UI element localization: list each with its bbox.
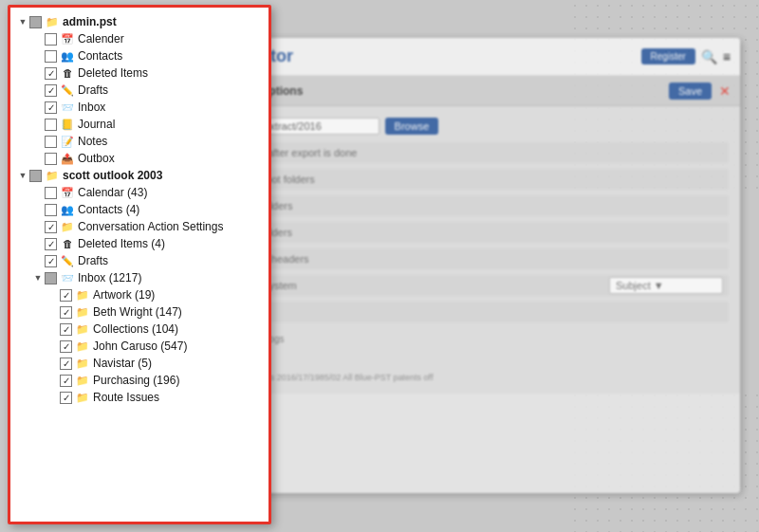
- checkbox-collections[interactable]: [60, 323, 72, 336]
- tree-root-scott[interactable]: ▼ 📁 scott outlook 2003: [14, 167, 265, 184]
- checkbox-navistar[interactable]: [60, 358, 72, 370]
- checkbox-journal[interactable]: [45, 119, 57, 131]
- checkbox-purchasing[interactable]: [60, 375, 72, 387]
- tree-root-admin[interactable]: ▼ 📁 admin.pst: [14, 13, 265, 30]
- pst-icon: 📁: [45, 16, 60, 28]
- checkbox-conv-action[interactable]: [45, 221, 57, 233]
- tree-panel: ▼ 📁 admin.pst 📅 Calender 👥 Contacts 🗑 De…: [8, 5, 271, 524]
- expand-admin[interactable]: ▼: [16, 15, 29, 28]
- save-btn[interactable]: Save: [669, 83, 712, 100]
- checkbox-admin[interactable]: [29, 16, 42, 28]
- checkbox-inbox[interactable]: [45, 101, 57, 114]
- inbox-1217-icon: 📨: [60, 272, 75, 284]
- tree-item-beth-wright[interactable]: 📁 Beth Wright (147): [14, 303, 265, 321]
- row-label-4: Delete root folders: [207, 227, 666, 238]
- checkbox-drafts[interactable]: [45, 84, 57, 97]
- checkbox-inbox-1217[interactable]: [45, 272, 57, 284]
- tree-item-navistar[interactable]: 📁 Navistar (5): [14, 355, 265, 372]
- collections-icon: 📁: [75, 323, 90, 336]
- route-issues-label: Route Issues: [93, 391, 159, 404]
- scott-contacts-label: Contacts (4): [78, 203, 139, 216]
- checkbox-deleted[interactable]: [45, 67, 57, 80]
- checkbox-calender[interactable]: [45, 33, 57, 46]
- journal-icon: 📒: [60, 119, 75, 131]
- purchasing-label: Purchasing (196): [93, 374, 179, 387]
- tree-item-journal[interactable]: 📒 Journal: [14, 116, 265, 133]
- john-caruso-label: John Caruso (547): [93, 339, 187, 353]
- inbox-icon: 📨: [60, 101, 75, 114]
- tree-item-inbox[interactable]: 📨 Inbox: [14, 99, 265, 116]
- register-btn[interactable]: Register: [641, 48, 695, 64]
- checkbox-scott-deleted[interactable]: [45, 238, 57, 250]
- background-panel: ✕ traxtor Register 🔍 ≡ PSI Export Option…: [190, 38, 740, 493]
- tree-item-purchasing[interactable]: 📁 Purchasing (196): [14, 372, 265, 389]
- deleted-label: Deleted Items: [78, 66, 148, 80]
- scott-calendar-icon: 📅: [60, 187, 75, 199]
- expand-scott[interactable]: ▼: [16, 169, 29, 182]
- deleted-icon: 🗑: [60, 67, 75, 80]
- calendar-icon: 📅: [60, 33, 75, 46]
- tree-item-artwork[interactable]: 📁 Artwork (19): [14, 286, 265, 303]
- tree-item-scott-calendar[interactable]: 📅 Calendar (43): [14, 184, 265, 201]
- row-label-5: Include email headers: [207, 253, 666, 265]
- tree-item-outbox[interactable]: 📤 Outbox: [14, 150, 265, 167]
- tree-item-collections[interactable]: 📁 Collections (104): [14, 321, 265, 338]
- tree-item-route-issues[interactable]: 📁 Route Issues: [14, 389, 265, 406]
- close-icon[interactable]: ✕: [719, 83, 731, 99]
- checkbox-route-issues[interactable]: [60, 392, 72, 404]
- footer-text: © Smart Classifiers 2016/17/1985/02 All …: [201, 373, 729, 382]
- inbox-label: Inbox: [78, 101, 105, 114]
- tree-item-drafts[interactable]: ✏️ Drafts: [14, 82, 265, 99]
- scott-deleted-icon: 🗑: [60, 238, 75, 250]
- tree-item-john-caruso[interactable]: 📁 John Caruso (547): [14, 338, 265, 355]
- browse-btn[interactable]: Browse: [385, 118, 439, 135]
- checkbox-beth-wright[interactable]: [60, 306, 72, 319]
- notes-label: Notes: [78, 135, 107, 148]
- scott-deleted-label: Deleted Items (4): [78, 237, 165, 250]
- tree-item-contacts[interactable]: 👥 Contacts: [14, 47, 265, 64]
- search-icon[interactable]: 🔍: [701, 49, 717, 64]
- tree-item-calender[interactable]: 📅 Calender: [14, 30, 265, 47]
- tree-item-scott-drafts[interactable]: ✏️ Drafts: [14, 252, 265, 269]
- checkbox-notes[interactable]: [45, 136, 57, 148]
- row-label-3: Skip empty folders: [207, 200, 666, 211]
- checkbox-scott-drafts[interactable]: [45, 255, 57, 267]
- outbox-icon: 📤: [60, 153, 75, 165]
- john-caruso-icon: 📁: [75, 340, 90, 353]
- notes-icon: 📝: [60, 136, 75, 148]
- scott-label: scott outlook 2003: [63, 169, 162, 182]
- admin-pst-label: admin.pst: [63, 15, 117, 28]
- inbox-1217-label: Inbox (1217): [78, 271, 141, 284]
- tree-item-notes[interactable]: 📝 Notes: [14, 133, 265, 150]
- beth-wright-label: Beth Wright (147): [93, 305, 182, 319]
- naming-select[interactable]: Subject ▼: [609, 277, 723, 294]
- checkbox-artwork[interactable]: [60, 289, 72, 302]
- tree-item-conv-action[interactable]: 📁 Conversation Action Settings: [14, 218, 265, 235]
- outbox-label: Outbox: [78, 152, 115, 165]
- artwork-icon: 📁: [75, 289, 90, 302]
- journal-label: Journal: [78, 118, 115, 131]
- checkbox-contacts[interactable]: [45, 50, 57, 63]
- row-label-1: Open Folder after export is done: [207, 147, 666, 158]
- drafts-label: Drafts: [78, 83, 108, 97]
- tree-item-scott-contacts[interactable]: 👥 Contacts (4): [14, 201, 265, 218]
- tree-item-scott-deleted[interactable]: 🗑 Deleted Items (4): [14, 235, 265, 252]
- checkbox-john-caruso[interactable]: [60, 340, 72, 353]
- expand-inbox[interactable]: ▼: [31, 271, 45, 284]
- purchasing-icon: 📁: [75, 375, 90, 387]
- collections-label: Collections (104): [93, 322, 178, 336]
- scott-folder-icon: 📁: [45, 170, 60, 182]
- contacts-icon: 👥: [60, 50, 75, 63]
- tree-item-deleted[interactable]: 🗑 Deleted Items: [14, 64, 265, 82]
- navistar-label: Navistar (5): [93, 357, 152, 370]
- checkbox-outbox[interactable]: [45, 153, 57, 165]
- tree-item-inbox-1217[interactable]: ▼ 📨 Inbox (1217): [14, 269, 265, 286]
- checkbox-scott-contacts[interactable]: [45, 204, 57, 216]
- navistar-icon: 📁: [75, 358, 90, 370]
- checkbox-scott-calendar[interactable]: [45, 187, 57, 199]
- menu-icon[interactable]: ≡: [723, 49, 731, 64]
- calender-label: Calender: [78, 32, 124, 46]
- checkbox-scott[interactable]: [29, 170, 42, 182]
- conv-folder-icon: 📁: [60, 221, 75, 233]
- scott-contacts-icon: 👥: [60, 204, 75, 216]
